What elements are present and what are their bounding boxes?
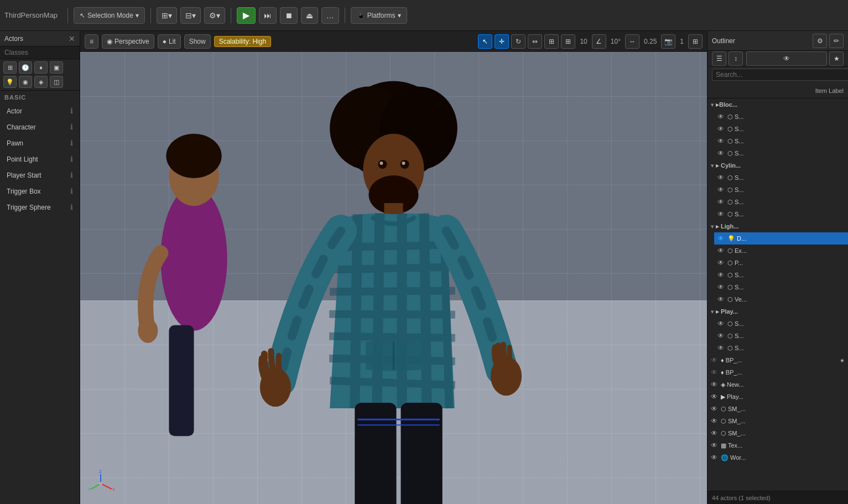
- tree-item[interactable]: 👁 ⬡ S...: [714, 318, 848, 330]
- tree-item[interactable]: 👁 ⬡ S...: [714, 330, 848, 342]
- close-panel-button[interactable]: ✕: [69, 34, 75, 43]
- filter-light-icon[interactable]: 💡: [3, 76, 17, 88]
- tree-item[interactable]: 👁 ⬡ S...: [714, 111, 848, 123]
- filter-more-icon[interactable]: ◫: [50, 76, 63, 88]
- rotate-tool-button[interactable]: ↻: [511, 34, 526, 49]
- transform-tool-button[interactable]: ✛: [495, 34, 509, 49]
- character-item[interactable]: Character ℹ: [2, 119, 77, 134]
- tree-item[interactable]: 👁 ⬡ S...: [714, 269, 848, 281]
- filter-mesh-icon[interactable]: ▣: [50, 61, 63, 74]
- bloc-group-header[interactable]: ▾ ▸ Bloc...: [707, 98, 848, 111]
- outliner-tree[interactable]: ▾ ▸ Bloc... 👁 ⬡ S... 👁 ⬡ S... 👁 ⬡: [707, 98, 848, 491]
- platforms-button[interactable]: 📱 Platforms ▾: [351, 7, 407, 24]
- lit-button[interactable]: ● Lit: [158, 34, 181, 49]
- filter-recent-icon[interactable]: 🕐: [19, 61, 32, 74]
- tree-item[interactable]: 👁 ⬡ S...: [714, 342, 848, 354]
- layout-button[interactable]: ⊞: [688, 34, 703, 49]
- outliner-edit-button[interactable]: ✏: [829, 34, 844, 48]
- wor-item[interactable]: 👁 🌐 Wor...: [707, 451, 848, 464]
- grid-snap-button[interactable]: ⊟▾: [180, 7, 201, 24]
- scalability-button[interactable]: Scalability: High: [214, 36, 271, 47]
- svg-line-34: [101, 484, 112, 489]
- options-button[interactable]: …: [321, 7, 339, 24]
- viewport[interactable]: ≡ ◉ Perspective ● Lit Show Scalability: …: [80, 31, 707, 504]
- visibility-icon: 👁: [711, 393, 719, 401]
- visibility-filter-button[interactable]: 👁: [746, 51, 827, 66]
- light-group-header[interactable]: ▾ ▸ Ligh...: [707, 220, 848, 232]
- play-group-header[interactable]: ▾ ▸ Play...: [707, 305, 848, 318]
- scale-value: 0.25: [642, 38, 659, 45]
- visibility-icon: 👁: [717, 295, 725, 303]
- play-button[interactable]: ▶: [237, 7, 256, 24]
- tree-item[interactable]: 👁 ⬡ S...: [714, 135, 848, 147]
- maximize-button[interactable]: ⊞: [544, 34, 559, 49]
- tree-item[interactable]: 👁 ⬡ Ve...: [714, 293, 848, 305]
- perspective-button[interactable]: ◉ Perspective: [102, 34, 154, 49]
- actor-info-icon[interactable]: ℹ: [70, 107, 73, 115]
- play-item[interactable]: 👁 ▶ Play...: [707, 391, 848, 403]
- tree-item[interactable]: 👁 ⬡ S...: [714, 196, 848, 208]
- directional-light-item[interactable]: 👁 💡 D...: [714, 232, 848, 245]
- pawn-item[interactable]: Pawn ℹ: [2, 136, 77, 150]
- light-icon: 💡: [727, 235, 735, 242]
- point-light-info-icon[interactable]: ℹ: [70, 155, 73, 163]
- hamburger-icon: ≡: [90, 38, 93, 45]
- more-icon: …: [326, 11, 334, 20]
- camera-button[interactable]: 📷: [661, 34, 675, 49]
- player-start-item[interactable]: Player Start ℹ: [2, 168, 77, 183]
- grid-toggle-button[interactable]: ⊞: [561, 34, 575, 49]
- tree-item[interactable]: 👁 ⬡ S...: [714, 281, 848, 293]
- skip-forward-button[interactable]: ⏭: [259, 7, 277, 24]
- starred-filter-button[interactable]: ★: [829, 51, 844, 66]
- trigger-box-info-icon[interactable]: ℹ: [70, 187, 73, 195]
- pawn-info-icon[interactable]: ℹ: [70, 139, 73, 147]
- selection-mode-button[interactable]: ↖ Selection Mode ▾: [74, 7, 145, 24]
- tree-item[interactable]: 👁 ⬡ S...: [714, 184, 848, 196]
- filter-all-icon[interactable]: ⊞: [3, 61, 17, 74]
- scale-tool-button[interactable]: ⇔: [528, 34, 542, 49]
- viewport-menu-button[interactable]: ≡: [85, 34, 98, 49]
- svg-point-0: [160, 186, 227, 331]
- blueprint-icon: ♦: [721, 357, 724, 363]
- trigger-box-item[interactable]: Trigger Box ℹ: [2, 184, 77, 199]
- tex-item[interactable]: 👁 ▦ Tex...: [707, 439, 848, 451]
- player-start-info-icon[interactable]: ℹ: [70, 171, 73, 179]
- filter-bp-icon[interactable]: ♦: [34, 61, 48, 74]
- add-actor-button[interactable]: ⊞▾: [157, 7, 177, 24]
- stop-button[interactable]: ⏹: [280, 7, 298, 24]
- filter-view-icon[interactable]: ◉: [19, 76, 32, 88]
- sm3-item[interactable]: 👁 ⬡ SM_...: [707, 427, 848, 439]
- tree-item[interactable]: 👁 ⬡ S...: [714, 208, 848, 220]
- filter-sound-icon[interactable]: ◈: [34, 76, 48, 88]
- point-light-item[interactable]: Point Light ℹ: [2, 152, 77, 167]
- tree-item[interactable]: 👁 ⬡ P...: [714, 257, 848, 269]
- eject-button[interactable]: ⏏: [301, 7, 318, 24]
- outliner-filter-button[interactable]: ☰: [712, 51, 726, 66]
- show-button[interactable]: Show: [184, 34, 211, 49]
- select-tool-button[interactable]: ↖: [478, 34, 492, 49]
- scale-button[interactable]: ↔: [625, 34, 639, 49]
- outliner-sort-button[interactable]: ↕: [729, 51, 743, 66]
- classes-search[interactable]: [0, 46, 80, 59]
- outliner-settings-button[interactable]: ⚙: [813, 34, 827, 48]
- tree-item[interactable]: 👁 ⬡ S...: [714, 172, 848, 184]
- visibility-icon: 👁: [711, 356, 719, 364]
- tree-item[interactable]: 👁 ⬡ Ex...: [714, 245, 848, 257]
- trigger-sphere-info-icon[interactable]: ℹ: [70, 203, 73, 211]
- sm1-item[interactable]: 👁 ⬡ SM_...: [707, 403, 848, 415]
- trigger-sphere-item[interactable]: Trigger Sphere ℹ: [2, 200, 77, 215]
- tree-item[interactable]: 👁 ⬡ S...: [714, 123, 848, 135]
- outliner-status-bar: 44 actors (1 selected): [707, 491, 848, 504]
- bp1-item[interactable]: 👁 ♦ BP_... ★: [707, 354, 848, 366]
- new-item[interactable]: 👁 ◈ New...: [707, 378, 848, 391]
- build-button[interactable]: ⚙▾: [204, 7, 225, 24]
- sm2-item[interactable]: 👁 ⬡ SM_...: [707, 415, 848, 427]
- bp2-item[interactable]: 👁 ♦ BP_...: [707, 366, 848, 378]
- tree-item[interactable]: 👁 ⬡ S...: [714, 147, 848, 159]
- angle-button[interactable]: ∠: [592, 34, 606, 49]
- outliner-search[interactable]: [712, 69, 848, 81]
- cylin-group-header[interactable]: ▾ ▸ Cylin...: [707, 159, 848, 172]
- actor-item[interactable]: Actor ℹ: [2, 103, 77, 118]
- character-info-icon[interactable]: ℹ: [70, 123, 73, 131]
- visibility-icon: 👁: [717, 235, 725, 242]
